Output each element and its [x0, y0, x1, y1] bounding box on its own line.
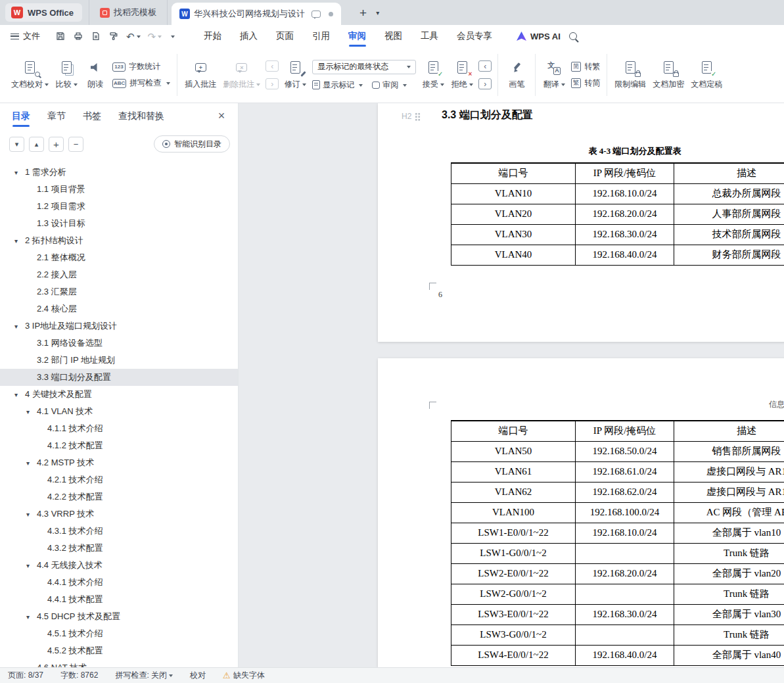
toc-item[interactable]: 2.2 接入层 — [0, 266, 238, 283]
toc-item[interactable]: 4.2.2 技术配置 — [0, 488, 238, 506]
toc-item[interactable]: 1.1 项目背景 — [0, 181, 238, 198]
redo-button[interactable] — [148, 32, 162, 41]
menu-item[interactable]: 引用 — [303, 25, 339, 47]
save-button[interactable] — [55, 31, 66, 41]
show-markup-button[interactable]: 显示标记 — [312, 80, 363, 91]
previous-change-button[interactable] — [478, 60, 492, 72]
undo-button[interactable] — [126, 32, 141, 41]
drag-handle-icon[interactable] — [415, 112, 421, 121]
menu-item[interactable]: 工具 — [411, 25, 448, 47]
more-commands-button[interactable] — [169, 34, 175, 39]
tab-chapters[interactable]: 章节 — [47, 103, 66, 130]
toc-item[interactable]: 4.1.2 技术配置 — [0, 437, 238, 454]
collapse-arrow-icon[interactable] — [14, 323, 25, 330]
close-pane-icon[interactable] — [216, 110, 227, 122]
search-icon[interactable] — [569, 32, 577, 40]
word-count-button[interactable]: 字数统计 — [112, 61, 170, 72]
toc-item[interactable]: 4.1.1 技术介绍 — [0, 420, 238, 437]
collapse-arrow-icon[interactable] — [26, 511, 37, 518]
toc-item[interactable]: 4.5.2 技术配置 — [0, 642, 238, 659]
spellcheck-status[interactable]: 拼写检查: 关闭 — [115, 670, 173, 681]
doc-proofread-button[interactable]: 文档校对 — [8, 58, 52, 93]
traditional-to-simplified-button[interactable]: 繁 转简 — [571, 78, 600, 89]
toc-item[interactable]: 3.3 端口划分及配置 — [0, 369, 238, 386]
collapse-arrow-icon[interactable] — [26, 613, 37, 621]
menu-item[interactable]: 开始 — [195, 25, 231, 47]
collapse-all-button[interactable] — [29, 137, 44, 152]
collapse-arrow-icon[interactable] — [26, 459, 37, 467]
next-change-button[interactable] — [478, 78, 492, 89]
toc-item[interactable]: 4.2.1 技术介绍 — [0, 471, 238, 488]
restrict-editing-button[interactable]: 限制编辑 — [611, 58, 649, 93]
simplified-to-traditional-button[interactable]: 简 转繁 — [571, 61, 600, 72]
toc-item[interactable]: 4.4 无线接入技术 — [0, 557, 238, 574]
toc-item[interactable]: 1.3 设计目标 — [0, 215, 238, 232]
section-heading[interactable]: 3.3 端口划分及配置 — [442, 108, 533, 122]
port-config-table-1[interactable]: 端口号 IP 网段/掩码位 描述 VLAN10 192.168.10.0/24 … — [451, 162, 784, 266]
toc-item[interactable]: 3.2 部门 IP 地址规划 — [0, 352, 238, 369]
collapse-arrow-icon[interactable] — [14, 237, 25, 245]
next-comment-button[interactable] — [265, 78, 279, 89]
menu-item[interactable]: 页面 — [267, 25, 303, 47]
encrypt-document-button[interactable]: 文档加密 — [649, 58, 687, 93]
print-button[interactable] — [73, 31, 83, 41]
ink-pen-button[interactable]: 画笔 — [502, 58, 531, 93]
menu-item[interactable]: 视图 — [375, 25, 411, 47]
word-count-indicator[interactable]: 字数: 8762 — [60, 670, 98, 681]
toc-item[interactable]: 2 拓扑结构设计 — [0, 232, 238, 249]
insert-comment-button[interactable]: 插入批注 — [181, 58, 219, 93]
format-painter-button[interactable] — [108, 31, 119, 41]
heading-level-indicator[interactable]: H2 — [402, 112, 421, 121]
print-preview-button[interactable] — [91, 31, 101, 41]
finalize-document-button[interactable]: 文档定稿 — [687, 58, 726, 93]
tab-bookmarks[interactable]: 书签 — [83, 103, 101, 130]
toc-item[interactable]: 4.3.2 技术配置 — [0, 540, 238, 557]
menu-item[interactable]: 会员专享 — [448, 25, 501, 47]
tab-find-replace[interactable]: 查找和替换 — [118, 103, 164, 130]
tab-docer-template[interactable]: 找稻壳模板 — [89, 0, 168, 25]
toc-item[interactable]: 4.1 VLAN 技术 — [0, 403, 238, 420]
new-tab-button[interactable] — [359, 7, 367, 19]
proofread-status[interactable]: 校对 — [190, 670, 206, 681]
collapse-arrow-icon[interactable] — [26, 562, 37, 569]
toc-item[interactable]: 4.5 DHCP 技术及配置 — [0, 608, 238, 625]
toc-item[interactable]: 4.5.1 技术介绍 — [0, 625, 238, 642]
toc-item[interactable]: 1.2 项目需求 — [0, 198, 238, 215]
compare-button[interactable]: 比较 — [52, 58, 81, 93]
toc-item[interactable]: 2.1 整体概况 — [0, 249, 238, 266]
toc-item[interactable]: 4.4.1 技术介绍 — [0, 574, 238, 591]
spell-check-button[interactable]: 拼写检查 — [112, 78, 170, 89]
tab-toc[interactable]: 目录 — [12, 103, 30, 130]
file-menu-button[interactable]: 文件 — [11, 25, 40, 47]
track-changes-button[interactable]: 修订 — [281, 58, 310, 93]
collapse-level-button[interactable] — [68, 137, 83, 152]
toc-item[interactable]: 3.1 网络设备选型 — [0, 335, 238, 352]
previous-comment-button[interactable] — [265, 60, 279, 72]
collapse-arrow-icon[interactable] — [14, 169, 25, 176]
accept-button[interactable]: 接受 — [419, 58, 448, 93]
missing-font-warning[interactable]: 缺失字体 — [223, 670, 265, 681]
reject-button[interactable]: 拒绝 — [448, 58, 476, 93]
collapse-arrow-icon[interactable] — [14, 391, 25, 398]
toc-item[interactable]: 4.4.1 技术配置 — [0, 591, 238, 608]
toc-item[interactable]: 4 关键技术及配置 — [0, 386, 238, 403]
page-indicator[interactable]: 页面: 8/37 — [8, 670, 43, 681]
tab-list-button[interactable] — [376, 9, 379, 16]
table-caption[interactable]: 表 4-3 端口划分及配置表 — [451, 145, 784, 157]
smart-toc-button[interactable]: 智能识别目录 — [154, 135, 230, 153]
wps-ai-button[interactable]: WPS AI — [517, 25, 561, 47]
tab-status-dot-icon[interactable] — [329, 12, 333, 16]
toc-item[interactable]: 2.3 汇聚层 — [0, 283, 238, 300]
toc-item[interactable]: 4.6 NAT 技术 — [0, 659, 238, 667]
menu-item[interactable]: 审阅 — [339, 25, 375, 47]
review-pane-button[interactable]: 审阅 — [372, 80, 407, 91]
comment-indicator-icon[interactable] — [311, 11, 321, 18]
toc-item[interactable]: 4.3.1 技术介绍 — [0, 523, 238, 540]
markup-state-select[interactable]: 显示标记的最终状态 — [312, 60, 416, 74]
delete-comment-button[interactable]: 删除批注 — [219, 58, 264, 93]
document-canvas[interactable]: H2 3.3 端口划分及配置 表 4-3 端口划分及配置表 端口号 IP 网段/… — [239, 103, 784, 667]
toc-item[interactable]: 2.4 核心层 — [0, 300, 238, 318]
read-aloud-button[interactable]: 朗读 — [81, 58, 110, 93]
expand-all-button[interactable] — [9, 137, 24, 152]
port-config-table-2[interactable]: 端口号 IP 网段/掩码位 描述 VLAN50 192.168.50.0/24 … — [451, 420, 784, 666]
